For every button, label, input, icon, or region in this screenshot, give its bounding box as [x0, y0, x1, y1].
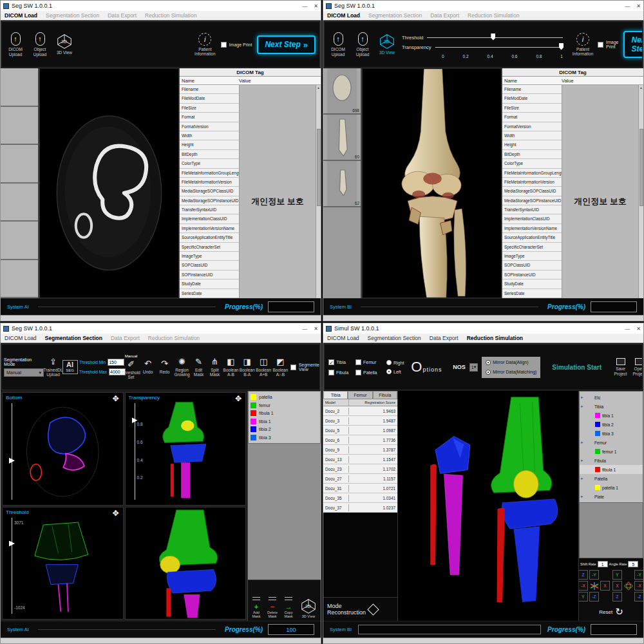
series-thumbnail[interactable]: 698 — [323, 68, 361, 115]
dicom-tag-row[interactable]: TransferSyntaxUID — [502, 205, 562, 214]
dicom-tag-row[interactable]: FileModDate — [502, 94, 562, 103]
titlebar[interactable]: Seg SW 1.0.0.1 — ✕ — [1, 1, 321, 11]
menu-item[interactable]: Reduction Simulation — [145, 12, 196, 19]
tree-item[interactable]: tibia 1 — [580, 411, 643, 420]
menu-item[interactable]: Reduction Simulation — [148, 335, 200, 341]
angle-rate-input[interactable] — [628, 561, 638, 567]
rotate-neg-z-button[interactable]: -Z — [634, 592, 644, 601]
model-row[interactable]: Docu_6 1.7736 — [323, 435, 397, 445]
scrollbar-thumb[interactable] — [639, 129, 643, 206]
series-thumbnail[interactable]: 62 — [323, 161, 361, 207]
scroll-up-icon[interactable]: ▲ — [317, 85, 320, 90]
patient-information-button[interactable]: i Patient Information — [573, 33, 592, 57]
thumbnail-slot[interactable] — [1, 184, 38, 222]
close-button[interactable]: ✕ — [636, 326, 641, 332]
shift-rate-input[interactable] — [598, 561, 608, 567]
dicom-tag-row[interactable]: ImplementationVersionName — [502, 224, 562, 233]
translate-neg-y-button[interactable]: -Y — [589, 570, 599, 580]
dicom-tag-row[interactable]: MediaStorageSOPInstanceUID — [502, 196, 562, 205]
copy-mask-button[interactable]: → Copy Mask — [281, 595, 296, 619]
trained-dl-upload-button[interactable]: ⇪ TrainedDL Upload — [46, 357, 61, 377]
segmentation-mode-select[interactable]: Manual ▾ — [4, 368, 44, 377]
dicom-tag-row[interactable]: ImageType — [502, 252, 562, 261]
thumbnail-slot[interactable] — [1, 222, 38, 260]
delete-mask-button[interactable]: − Delete Mask — [265, 595, 279, 619]
rotate-neg-y-button[interactable]: -Y — [634, 570, 644, 580]
simulation-start-button[interactable]: Simulation Start — [548, 364, 605, 371]
model-row[interactable]: Docu_13 1.1547 — [323, 455, 397, 464]
menu-item[interactable]: Segmentation Section — [368, 12, 422, 19]
dicom-tag-row[interactable]: FileMetaInformationGroupLength — [502, 169, 562, 178]
image-print-checkbox[interactable]: Image Print — [598, 40, 618, 49]
mask-tool-button[interactable]: ◨ Boolean B-A — [240, 357, 254, 377]
rotate-z-button[interactable]: Z — [612, 592, 622, 601]
dicom-tag-row[interactable]: Format — [180, 113, 239, 122]
menu-item[interactable]: Segmentation Section — [368, 335, 421, 341]
translate-neg-x-button[interactable]: -X — [578, 581, 588, 591]
scrollbar-thumb[interactable] — [317, 129, 321, 206]
scroll-up-icon[interactable]: ▲ — [639, 85, 643, 90]
slice-slider[interactable] — [12, 403, 12, 500]
mask-tool-button[interactable]: ⋔ Split Mask — [207, 357, 222, 377]
dicom-tag-row[interactable]: FileMetaInformationVersion — [180, 178, 239, 187]
object-upload-button[interactable]: ↑ Object Upload — [353, 32, 372, 57]
threshold-min-input[interactable] — [108, 359, 124, 366]
3d-view-button[interactable]: 3D 3D View — [55, 33, 74, 55]
add-mask-button[interactable]: + Add Mask — [249, 595, 263, 619]
axial-ct-viewport[interactable] — [39, 68, 179, 298]
translate-neg-z-button[interactable]: -Z — [589, 592, 599, 601]
mask-list-item[interactable]: patella — [251, 394, 318, 400]
right-side-radio[interactable]: Right — [386, 360, 404, 365]
minimize-button[interactable]: — — [302, 3, 307, 9]
dicom-tag-row[interactable]: ImplementationClassUID — [502, 214, 562, 223]
volume-3d-viewport[interactable] — [362, 68, 502, 298]
mask-list-item[interactable]: tibia 1 — [251, 419, 318, 424]
menu-item[interactable]: DICOM Load — [5, 12, 37, 19]
ai-seg-button[interactable]: AI SEG — [62, 360, 77, 374]
dicom-tag-row[interactable]: FileModDate — [180, 94, 239, 103]
dicom-tag-row[interactable]: StudyDate — [502, 279, 562, 289]
tree-item[interactable]: ▸ Femur — [580, 438, 643, 447]
dicom-tag-row[interactable]: BitDepth — [502, 150, 562, 159]
3d-view-button-active[interactable]: 3D 3D View — [377, 33, 397, 55]
menu-item[interactable]: Data Export — [111, 335, 140, 341]
dicom-tag-row[interactable]: FileSize — [502, 104, 562, 113]
mask-tool-button[interactable]: ◩ Boolean A∩B — [272, 357, 289, 377]
nos-select[interactable]: 1 ▾ — [469, 363, 478, 372]
tree-item[interactable]: tibia 2 — [580, 420, 643, 429]
minimize-button[interactable]: — — [302, 326, 307, 332]
dicom-tag-row[interactable]: ImplementationVersionName — [180, 224, 239, 233]
transparency-slider[interactable] — [135, 403, 135, 500]
close-button[interactable]: ✕ — [314, 3, 318, 9]
translate-z-button[interactable]: Z — [578, 570, 588, 580]
menu-item[interactable]: Data Export — [108, 12, 137, 19]
scrollbar[interactable]: ▲ — [316, 85, 321, 298]
model-row[interactable]: Docu_9 1.3787 — [323, 445, 397, 455]
reset-button[interactable]: Reset ↻ — [580, 604, 642, 620]
dicom-tag-row[interactable]: StudyDate — [180, 279, 239, 289]
close-button[interactable]: ✕ — [314, 326, 318, 332]
mirror-align-radio[interactable]: Mirror Data(Align) — [486, 360, 536, 365]
object-upload-button[interactable]: ↑ Object Upload — [30, 32, 50, 57]
threshold-viewport[interactable]: Threshold ✥ 3071 -1024 — [2, 507, 124, 620]
mask-tool-button[interactable]: ◫ Boolean A+B — [256, 357, 271, 377]
tree-item[interactable]: femur 1 — [580, 447, 643, 456]
dicom-tag-row[interactable]: FormatVersion — [502, 122, 562, 131]
save-project-button[interactable]: Save Project — [613, 358, 628, 376]
bone-tab[interactable]: Fibula — [373, 391, 397, 399]
mirror-matching-radio[interactable]: Mirror Data(Matching) — [486, 370, 536, 375]
bone-visibility-checkbox[interactable]: Femur — [355, 359, 383, 365]
threshold-set-button[interactable]: Manual ✐ Threshold Set — [124, 354, 138, 380]
dicom-tag-row[interactable]: SOPClassUID — [180, 261, 239, 270]
dicom-tag-row[interactable]: FileSize — [180, 104, 239, 113]
dicom-tag-row[interactable]: SourceApplicationEntityTitle — [502, 233, 562, 242]
tree-item[interactable]: ▸ Fibula — [580, 456, 643, 465]
dicom-tag-row[interactable]: MediaStorageSOPClassUID — [180, 187, 239, 196]
dicom-tag-row[interactable]: ColorType — [502, 159, 562, 168]
segmented-3d-viewport[interactable] — [125, 507, 247, 620]
dicom-tag-row[interactable]: FormatVersion — [180, 122, 239, 131]
threshold-slider[interactable] — [12, 518, 12, 614]
series-thumbnail[interactable]: 60 — [323, 115, 361, 161]
dicom-tag-row[interactable]: Width — [502, 131, 562, 140]
tree-item[interactable]: ▸ Plate — [580, 492, 643, 501]
